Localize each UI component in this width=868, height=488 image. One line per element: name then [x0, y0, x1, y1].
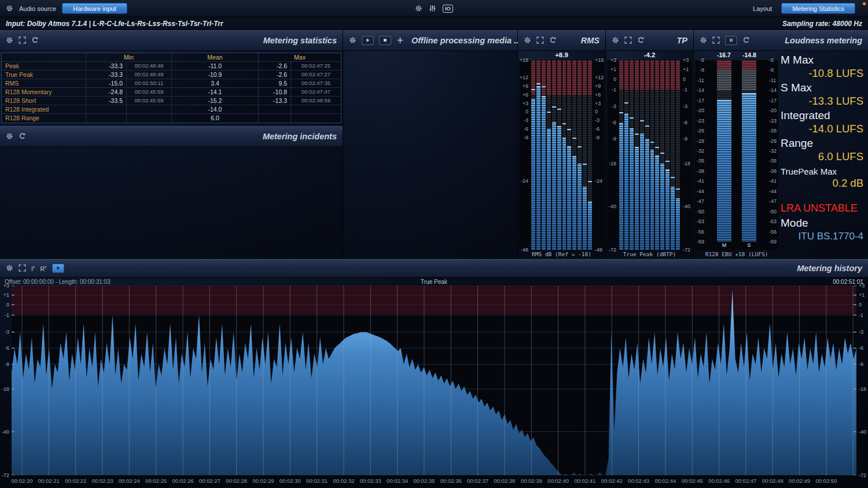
panel-title: Offline processing media ... — [411, 36, 521, 45]
faders-icon[interactable] — [429, 5, 436, 12]
stop-button[interactable] — [379, 36, 391, 45]
meter-channel — [557, 60, 561, 250]
time-label: 00:02:31 — [306, 478, 328, 484]
meter-peak-indicator — [655, 147, 659, 148]
stats-min-time: 00:02:50:11 — [127, 79, 172, 88]
stats-mean-value: 6.0 — [172, 114, 259, 123]
stats-mean-value: -10.9 — [172, 71, 259, 79]
rms-scale-right: +18+12+9+6+30-3-6-9-24-48 — [593, 60, 604, 250]
meter-channel — [572, 60, 576, 250]
scale-label: -35 — [697, 158, 704, 164]
history-header: Ic Rc Metering history — [0, 259, 868, 278]
panel-title: RMS — [581, 36, 599, 45]
gear-icon[interactable] — [6, 132, 13, 140]
meter-led-mask — [552, 60, 556, 250]
scale-label: -41 — [769, 178, 777, 184]
stats-min-time: 00:02:48:48 — [127, 71, 172, 79]
expand-icon[interactable] — [19, 36, 26, 44]
io-icon[interactable]: IO — [443, 5, 453, 13]
time-label: 00:02:46 — [708, 478, 730, 484]
scale-label: 0 — [613, 76, 616, 82]
expand-icon[interactable] — [712, 36, 720, 44]
scale-label: -56 — [769, 229, 777, 235]
loudness-item-value: -10.8 LUFS — [781, 67, 863, 80]
expand-icon[interactable] — [19, 264, 26, 272]
scale-label: +1 — [683, 66, 689, 72]
scale-label: -6 — [595, 126, 599, 132]
meter-peak-indicator — [624, 102, 628, 103]
loudness-channel: S — [742, 60, 756, 250]
expand-icon[interactable] — [536, 36, 544, 44]
gear-icon[interactable] — [6, 264, 13, 272]
right-toolbar: Layout Metering Statistics — [753, 3, 862, 14]
pause-button[interactable] — [725, 36, 737, 45]
scale-label: -44 — [769, 188, 777, 194]
stats-min-time — [127, 105, 172, 114]
meter-led-mask — [676, 60, 680, 250]
rc-toggle-icon[interactable]: Rc — [40, 265, 46, 272]
meter-channel — [676, 60, 680, 250]
loudness-item-value: -13.3 LUFS — [781, 95, 863, 108]
gear-icon[interactable] — [6, 5, 13, 12]
center-toolbar: IO — [415, 5, 453, 13]
play-button[interactable] — [52, 264, 64, 273]
loudness-values: M Max-10.8 LUFSS Max-13.3 LUFSIntegrated… — [779, 51, 868, 259]
meter-peak-indicator — [547, 112, 551, 113]
stats-row-label: R128 Integrated — [2, 105, 86, 114]
reset-icon[interactable] — [31, 36, 39, 44]
reset-icon[interactable] — [19, 132, 26, 140]
panel-title: Metering history — [797, 264, 862, 273]
meter-led-mask — [640, 60, 644, 250]
meter-peak-indicator — [583, 164, 587, 165]
time-label: 00:02:42 — [601, 478, 623, 484]
time-label: 00:02:44 — [654, 478, 676, 484]
loudness-item-label: TruePeak Max — [781, 167, 863, 176]
stats-header-row: MinMeanMax — [2, 53, 341, 62]
hardware-input-button[interactable]: Hardware input — [62, 3, 127, 14]
scale-label: -20 — [769, 108, 777, 113]
meter-channel — [650, 60, 654, 250]
reset-icon[interactable] — [549, 36, 557, 44]
reset-icon[interactable] — [742, 36, 750, 44]
time-label: 00:02:49 — [789, 478, 810, 484]
meter-led-mask — [567, 60, 571, 250]
stats-row-label: R128 Momentary — [2, 88, 86, 97]
rms-header: RMS — [518, 30, 605, 51]
meter-led-mask — [742, 60, 756, 242]
meter-led-mask — [542, 60, 546, 250]
history-plot[interactable] — [12, 286, 856, 475]
scale-label: -17 — [697, 98, 704, 103]
gear-icon[interactable] — [6, 36, 13, 44]
scale-label: 0 — [683, 76, 686, 82]
scale-label: -3 — [524, 117, 528, 123]
stats-min-time: 00:02:48:48 — [127, 62, 172, 71]
scale-label: -3 — [859, 329, 863, 335]
gear-icon[interactable] — [700, 36, 707, 44]
meter-channel — [645, 60, 649, 250]
stats-max-time — [291, 105, 341, 114]
reset-icon[interactable] — [637, 36, 645, 44]
stats-column-header: Max — [259, 53, 341, 62]
play-button[interactable] — [362, 36, 374, 45]
meter-led-mask — [557, 60, 561, 250]
meter-led-mask — [624, 60, 628, 250]
scale-label: -40 — [2, 429, 9, 435]
meter-peak-indicator — [645, 125, 649, 127]
scale-label: 0 — [859, 302, 862, 308]
ic-toggle-icon[interactable]: Ic — [31, 265, 35, 272]
gear-icon[interactable] — [524, 36, 531, 44]
scale-label: 0 — [595, 109, 598, 114]
metering-statistics-button[interactable]: Metering Statistics — [781, 3, 855, 14]
gear-icon[interactable] — [612, 36, 619, 44]
expand-icon[interactable] — [624, 36, 632, 44]
scale-label: -9 — [612, 136, 616, 142]
add-media-icon[interactable] — [396, 36, 404, 44]
rms-caption: RMS dB (Ref = -18) — [518, 250, 605, 259]
gear-icon[interactable] — [349, 36, 356, 44]
layout-button[interactable]: Layout — [753, 5, 772, 12]
meter-peak-indicator — [635, 134, 639, 135]
stats-min-value: -33.3 — [86, 62, 127, 71]
stats-max-value — [259, 105, 291, 114]
meter-led-mask — [717, 60, 731, 242]
gear-icon[interactable] — [415, 5, 422, 12]
